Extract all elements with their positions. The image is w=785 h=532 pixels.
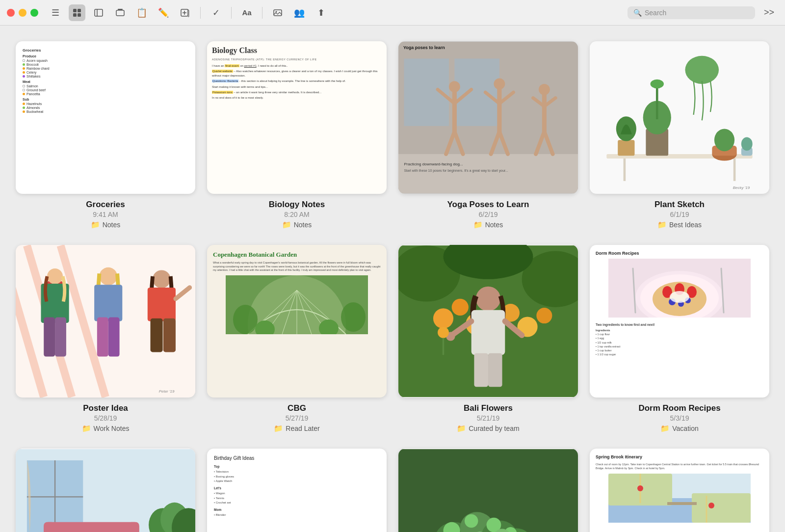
titlebar: ☰ 📋 ✏️ ✓ Aa xyxy=(0,0,785,26)
svg-rect-97 xyxy=(471,310,505,355)
more-toolbar-icon[interactable]: >> xyxy=(760,5,778,20)
svg-rect-68 xyxy=(148,288,176,321)
card-title-dorm: Dorm Room Recipes xyxy=(638,403,720,413)
share-people-icon[interactable]: 👥 xyxy=(291,4,308,21)
card-folder-yoga: 📁 Notes xyxy=(473,220,503,229)
svg-rect-104 xyxy=(488,353,502,387)
svg-point-83 xyxy=(341,302,366,332)
checkmark-icon[interactable]: ✓ xyxy=(208,4,224,21)
svg-rect-2 xyxy=(73,13,77,17)
card-dorm-recipes[interactable]: Dorm Room Recipes xyxy=(590,245,769,433)
svg-point-50 xyxy=(714,129,734,151)
card-cbg[interactable]: Copenhagen Botanical Garden What a wonde… xyxy=(207,245,387,433)
card-groceries[interactable]: Groceries Produce Acorn squash Broccoli … xyxy=(16,41,195,229)
svg-point-47 xyxy=(685,56,719,84)
svg-rect-61 xyxy=(44,318,55,357)
card-date-bali: 5/21/19 xyxy=(477,414,500,422)
card-date-cbg: 5/27/19 xyxy=(286,414,309,422)
svg-rect-127 xyxy=(128,522,139,532)
separator xyxy=(200,7,201,19)
svg-point-156 xyxy=(637,485,643,491)
card-date-groceries: 9:41 AM xyxy=(93,211,118,218)
thumbnail-yoga: Yoga poses to learn xyxy=(398,41,578,194)
thumbnail-poster: Peter '19 xyxy=(16,245,195,398)
clipboard-icon[interactable]: 📋 xyxy=(133,4,150,21)
card-poster-idea[interactable]: Peter '19 Poster Idea 5/28/19 📁 Work Not… xyxy=(16,245,195,433)
svg-rect-7 xyxy=(118,9,123,10)
card-title-cbg: CBG xyxy=(288,403,306,413)
add-icon[interactable] xyxy=(177,4,193,21)
menu-icon[interactable]: ☰ xyxy=(47,4,64,21)
folder-icon: 📁 xyxy=(91,220,100,229)
traffic-lights xyxy=(7,9,38,17)
svg-rect-153 xyxy=(667,502,697,505)
card-birthday[interactable]: Birthday Gift Ideas Top • Television• Bo… xyxy=(207,449,387,532)
thumbnail-biology: Biology Class Adenosine triphosphate (AT… xyxy=(207,41,387,194)
card-date-yoga: 6/2/19 xyxy=(479,211,498,218)
card-bali-flowers[interactable]: Bali Flowers 5/21/19 📁 Curated by team xyxy=(398,245,578,433)
card-itinerary[interactable]: Spring Brook Itinerary Check out of room… xyxy=(590,449,769,532)
svg-rect-126 xyxy=(44,522,55,532)
card-biology-notes[interactable]: Biology Class Adenosine triphosphate (AT… xyxy=(207,41,387,229)
svg-rect-125 xyxy=(44,522,139,532)
thumbnail-itinerary: Spring Brook Itinerary Check out of room… xyxy=(590,449,769,532)
svg-point-144 xyxy=(465,514,478,528)
font-icon[interactable]: Aa xyxy=(238,4,255,21)
svg-text:Practicing downward-facing dog: Practicing downward-facing dog... xyxy=(404,162,463,166)
svg-rect-152 xyxy=(692,493,751,523)
thumbnail-birthday: Birthday Gift Ideas Top • Television• Bo… xyxy=(207,449,387,532)
card-folder-poster: 📁 Work Notes xyxy=(82,424,130,433)
svg-rect-45 xyxy=(656,87,658,119)
card-folder-dorm: 📁 Vacation xyxy=(660,424,698,433)
compose-icon[interactable]: ✏️ xyxy=(155,4,172,21)
search-input[interactable] xyxy=(645,9,749,17)
card-plant-sketch[interactable]: Becky '19 Plant Sketch 6/1/19 📁 Best Ide… xyxy=(590,41,769,229)
svg-rect-0 xyxy=(73,9,77,12)
card-date-biology: 8:20 AM xyxy=(284,211,309,218)
card-title-groceries: Groceries xyxy=(86,200,125,210)
svg-rect-40 xyxy=(733,159,736,181)
svg-rect-103 xyxy=(474,353,488,387)
separator2 xyxy=(231,7,232,19)
svg-rect-62 xyxy=(55,318,66,357)
svg-text:Becky '19: Becky '19 xyxy=(733,186,750,190)
grid-view-icon[interactable] xyxy=(69,4,85,21)
svg-point-12 xyxy=(276,11,277,12)
svg-point-96 xyxy=(476,287,500,311)
svg-point-91 xyxy=(452,299,469,316)
card-title-poster: Poster Idea xyxy=(83,403,128,413)
card-date-dorm: 5/3/19 xyxy=(670,414,689,422)
media-icon[interactable] xyxy=(269,4,286,21)
minimize-button[interactable] xyxy=(19,9,26,17)
svg-point-46 xyxy=(651,80,664,88)
thumbnail-dorm: Dorm Room Recipes xyxy=(590,245,769,398)
svg-point-63 xyxy=(99,267,117,286)
svg-rect-6 xyxy=(116,10,124,16)
close-button[interactable] xyxy=(7,9,15,17)
card-folder-bali: 📁 Curated by team xyxy=(457,424,520,433)
card-yoga-poses[interactable]: Yoga poses to learn xyxy=(398,41,578,229)
notes-grid: Groceries Produce Acorn squash Broccoli … xyxy=(0,26,785,532)
svg-rect-1 xyxy=(78,9,81,12)
thumbnail-plant: Becky '19 xyxy=(590,41,769,194)
folder-icon-poster: 📁 xyxy=(82,424,91,433)
card-folder-groceries: 📁 Notes xyxy=(91,220,121,229)
sidebar-icon[interactable] xyxy=(90,4,107,21)
search-bar[interactable]: 🔍 xyxy=(628,6,755,19)
card-title-plant: Plant Sketch xyxy=(654,200,705,210)
svg-rect-66 xyxy=(108,318,120,357)
svg-rect-3 xyxy=(78,13,81,17)
card-interior[interactable] xyxy=(16,449,195,532)
separator3 xyxy=(262,7,262,19)
folder-icon-bali: 📁 xyxy=(457,424,466,433)
svg-point-115 xyxy=(670,291,689,303)
maximize-button[interactable] xyxy=(30,9,38,17)
folder-icon-dorm: 📁 xyxy=(660,424,670,433)
share-icon[interactable]: ⬆ xyxy=(313,4,329,21)
card-green-plant[interactable] xyxy=(398,449,578,532)
card-date-plant: 6/1/19 xyxy=(670,211,689,218)
folder-icon-cbg: 📁 xyxy=(274,424,283,433)
svg-text:Peter '19: Peter '19 xyxy=(159,389,175,394)
gallery-icon[interactable] xyxy=(112,4,129,21)
svg-rect-65 xyxy=(97,318,108,357)
